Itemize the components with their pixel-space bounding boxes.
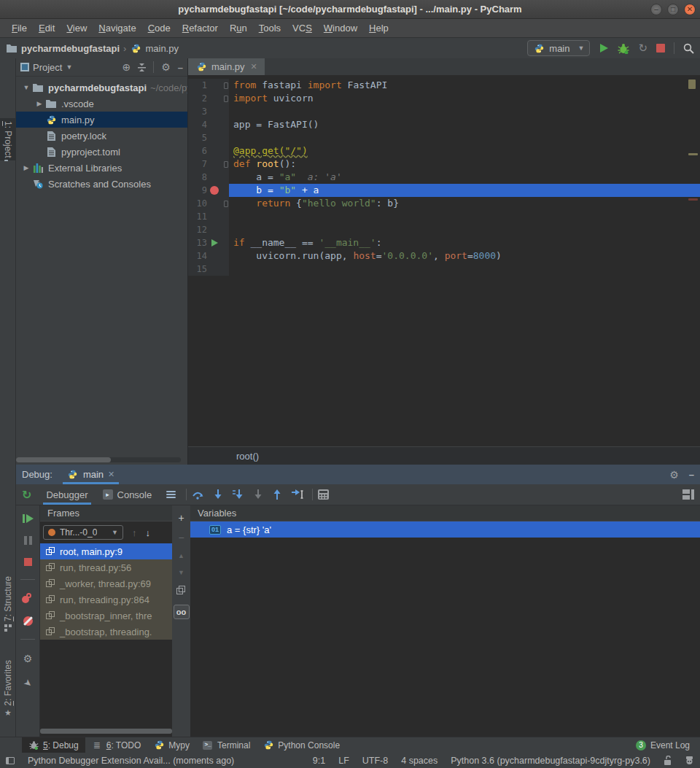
menu-file[interactable]: File — [6, 20, 33, 36]
toolwindow-tab-5-debug[interactable]: 5: Debug — [22, 737, 85, 753]
tree-item-scratches-and-consoles[interactable]: Scratches and Consoles — [16, 176, 187, 192]
frame-run[interactable]: run, thread.py:56 — [40, 559, 172, 575]
title-bar[interactable]: pycharmdebugfastapi [~/code/pycharmdebug… — [0, 0, 700, 19]
debugger-settings-icon[interactable]: ⚙ — [23, 653, 33, 664]
code-line-1[interactable]: 1from fastapi import FastAPI — [188, 79, 700, 92]
hide-debug-icon[interactable]: – — [689, 469, 694, 480]
project-horizontal-scrollbar[interactable] — [16, 457, 181, 462]
next-frame-icon[interactable]: ↓ — [146, 527, 151, 538]
code-line-9[interactable]: 9 b = "b" + a — [188, 184, 700, 197]
run-button[interactable] — [599, 43, 609, 53]
code-line-5[interactable]: 5 — [188, 131, 700, 144]
tab-console[interactable]: ▸ Console — [96, 484, 160, 505]
gear-icon[interactable]: ⚙ — [161, 61, 171, 73]
duplicate-watch-icon[interactable] — [176, 586, 186, 595]
breakpoint-icon[interactable] — [210, 186, 219, 195]
restore-layout-icon[interactable] — [682, 489, 694, 500]
project-panel-title[interactable]: Project — [33, 62, 62, 73]
tree-item--vscode[interactable]: ▶.vscode — [16, 96, 187, 112]
event-log-button[interactable]: 3 Event Log — [636, 740, 700, 750]
frame-root[interactable]: root, main.py:9 — [40, 543, 172, 559]
move-up-icon[interactable]: ▲ — [178, 552, 184, 559]
code-line-3[interactable]: 3 — [188, 105, 700, 118]
tree-item-main-py[interactable]: main.py — [16, 112, 187, 128]
evaluate-expression-icon[interactable] — [318, 489, 329, 500]
breadcrumb-project[interactable]: pycharmdebugfastapi — [21, 43, 120, 54]
tree-item-pycharmdebugfastapi[interactable]: ▼pycharmdebugfastapi~/code/pycharmdebugf… — [16, 79, 187, 96]
move-down-icon[interactable]: ▼ — [178, 569, 184, 576]
show-watches-icon[interactable]: oo — [174, 605, 190, 619]
frame-_bootstrap_inner[interactable]: _bootstrap_inner, thre — [40, 608, 172, 624]
coverage-button[interactable]: ↻ — [638, 42, 648, 55]
step-over-icon[interactable] — [192, 489, 203, 500]
sidebar-tab-project[interactable]: 1: Project — [0, 118, 16, 160]
status-item[interactable]: LF — [338, 756, 349, 766]
run-line-icon[interactable] — [211, 239, 218, 247]
fold-marker-icon[interactable] — [224, 201, 228, 207]
status-item[interactable]: 4 spaces — [401, 756, 438, 766]
step-into-my-code-icon[interactable] — [233, 489, 244, 500]
stop-process-icon[interactable] — [24, 558, 32, 566]
frame-run[interactable]: run, threading.py:864 — [40, 591, 172, 608]
run-to-cursor-icon[interactable] — [292, 489, 304, 500]
chevron-down-icon[interactable]: ▼ — [66, 63, 72, 71]
code-editor[interactable]: 1from fastapi import FastAPI2import uvic… — [188, 76, 700, 446]
close-tab-icon[interactable]: ✕ — [251, 62, 257, 71]
close-session-icon[interactable]: ✕ — [108, 470, 114, 479]
status-item[interactable]: UTF-8 — [362, 756, 388, 766]
code-line-10[interactable]: 10 return {"hello world": b} — [188, 197, 700, 210]
scrollbar-marker[interactable] — [688, 153, 698, 155]
chevron-down-icon[interactable]: ▼ — [20, 84, 32, 91]
pin-tab-icon[interactable]: ➤ — [21, 676, 34, 690]
editor-breadcrumb-scope[interactable]: root() — [236, 451, 259, 462]
minimize-icon[interactable]: – — [650, 4, 662, 15]
menu-vcs[interactable]: VCS — [287, 20, 318, 36]
tab-debugger[interactable]: Debugger — [39, 484, 95, 505]
menu-run[interactable]: Run — [224, 20, 253, 36]
remove-watch-icon[interactable]: − — [178, 532, 184, 543]
menu-edit[interactable]: Edit — [33, 20, 61, 36]
code-line-13[interactable]: 13if __name__ == '__main__': — [188, 236, 700, 249]
lock-icon[interactable] — [664, 756, 672, 765]
menu-tools[interactable]: Tools — [253, 20, 287, 36]
highlighting-level-icon[interactable] — [685, 756, 694, 765]
status-message[interactable]: Python Debugger Extension Avail... (mome… — [28, 756, 234, 766]
run-config-selector[interactable]: main ▼ — [527, 40, 590, 56]
frame-_worker[interactable]: _worker, thread.py:69 — [40, 575, 172, 591]
view-breakpoints-icon[interactable] — [22, 593, 34, 603]
gear-icon[interactable]: ⚙ — [669, 469, 679, 481]
frame-_bootstrap[interactable]: _bootstrap, threading. — [40, 624, 172, 640]
tool-window-toggle-icon[interactable] — [6, 757, 15, 764]
mute-breakpoints-icon[interactable] — [23, 616, 33, 626]
maximize-icon[interactable]: □ — [667, 4, 679, 15]
sidebar-tab-structure[interactable]: 7: Structure — [0, 576, 16, 635]
tree-item-poetry-lock[interactable]: poetry.lock — [16, 128, 187, 144]
step-out-icon[interactable] — [273, 489, 281, 500]
add-watch-icon[interactable]: + — [178, 513, 184, 523]
debug-session-tab[interactable]: main ✕ — [63, 465, 119, 484]
collapse-all-icon[interactable] — [138, 63, 146, 71]
toolwindow-tab-python-console[interactable]: Python Console — [257, 737, 346, 753]
layout-options-icon[interactable] — [166, 491, 176, 498]
pause-program-icon[interactable] — [24, 536, 32, 545]
scrollbar-marker[interactable] — [688, 79, 696, 89]
frames-horizontal-scrollbar[interactable] — [40, 729, 172, 734]
toolwindow-tab-terminal[interactable]: >_Terminal — [196, 737, 257, 753]
code-line-11[interactable]: 11 — [188, 210, 700, 223]
code-line-8[interactable]: 8 a = "a" a: 'a' — [188, 171, 700, 184]
code-line-7[interactable]: 7def root(): — [188, 158, 700, 171]
toolwindow-tab-mypy[interactable]: Mypy — [147, 737, 196, 753]
force-step-into-icon[interactable] — [254, 489, 262, 500]
breadcrumb-file[interactable]: main.py — [145, 43, 179, 54]
hide-panel-icon[interactable]: – — [178, 62, 183, 73]
scrollbar-marker[interactable] — [688, 198, 698, 201]
fold-marker-icon[interactable] — [224, 96, 228, 102]
tree-item-external-libraries[interactable]: ▶External Libraries — [16, 160, 187, 176]
code-line-15[interactable]: 15 — [188, 263, 700, 276]
menu-refactor[interactable]: Refactor — [176, 20, 224, 36]
editor-tab-main-py[interactable]: main.py ✕ — [188, 58, 265, 75]
previous-frame-icon[interactable]: ↑ — [132, 527, 137, 538]
chevron-right-icon[interactable]: ▶ — [34, 100, 45, 107]
toolwindow-tab-6-todo[interactable]: ≣6: TODO — [85, 737, 148, 753]
fold-marker-icon[interactable] — [224, 161, 228, 168]
